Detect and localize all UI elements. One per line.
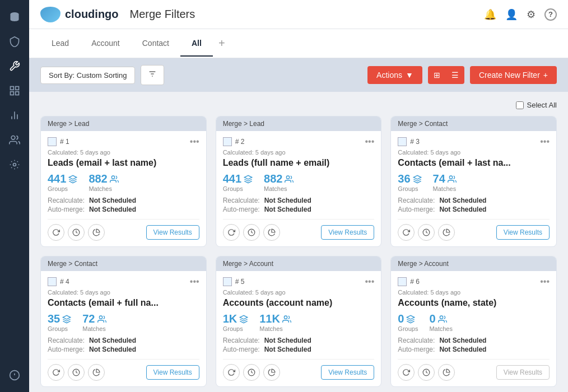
header-actions: 🔔 👤 ⚙ ? [484, 8, 557, 21]
card-more-button[interactable]: ••• [190, 277, 199, 287]
card-schedule: Recalculate: Not Scheduled Auto-merge: N… [398, 337, 550, 353]
card-more-button[interactable]: ••• [540, 137, 550, 147]
view-results-button[interactable]: View Results [321, 365, 374, 380]
logo-icon [40, 7, 60, 22]
refresh-button[interactable] [398, 364, 415, 381]
card-more-button[interactable]: ••• [190, 137, 199, 147]
chart-button[interactable] [438, 224, 455, 241]
matches-stat: 882 Matches [89, 172, 118, 192]
tab-account[interactable]: Account [80, 31, 131, 57]
card-title: Leads (full name + email) [223, 158, 375, 168]
sidebar-icon-info[interactable] [4, 365, 25, 385]
svg-point-18 [287, 176, 290, 179]
card-checkbox[interactable] [223, 277, 232, 286]
card-checkbox[interactable] [48, 137, 57, 146]
auto-merge-value: Not Scheduled [264, 346, 375, 353]
card-checkbox[interactable] [398, 277, 407, 286]
actions-button[interactable]: Actions ▼ [367, 66, 422, 84]
chart-button[interactable] [263, 224, 280, 241]
recalculate-label: Recalculate: [398, 197, 435, 204]
groups-stat: 36 Groups [398, 172, 421, 192]
view-results-button[interactable]: View Results [496, 225, 550, 240]
view-results-button[interactable]: View Results [146, 225, 199, 240]
chart-button[interactable] [88, 224, 105, 241]
matches-stat: 0 Matches [429, 312, 453, 332]
card-more-button[interactable]: ••• [365, 277, 375, 287]
app-header: cloudingo Merge Filters 🔔 👤 ⚙ ? [29, 0, 568, 29]
groups-stat: 441 Groups [223, 172, 253, 192]
schedule-button[interactable] [243, 224, 260, 241]
grid-view-button[interactable]: ⊞ [428, 66, 446, 84]
card-checkbox[interactable] [398, 137, 407, 146]
tab-lead[interactable]: Lead [40, 31, 80, 57]
card-checkbox[interactable] [223, 137, 232, 146]
card-body: # 2 ••• Calculated: 5 days ago Leads (fu… [216, 131, 381, 246]
select-all-row: Select All [40, 101, 557, 109]
sidebar-icon-list[interactable] [4, 81, 25, 101]
card-stats: 441 Groups 882 Matches [223, 172, 375, 192]
sidebar-icon-tools[interactable] [4, 56, 25, 76]
card-stats: 36 Groups 74 Matches [398, 172, 550, 192]
view-results-button[interactable]: View Results [146, 365, 199, 380]
app-name: cloudingo [65, 8, 119, 21]
card-category: Merge > Lead [216, 116, 381, 131]
card-checkbox[interactable] [48, 277, 57, 286]
matches-stat: 72 Matches [82, 312, 106, 332]
view-results-button[interactable]: View Results [321, 225, 374, 240]
svg-point-22 [99, 316, 102, 319]
sidebar-icon-users[interactable] [4, 130, 25, 150]
help-icon[interactable]: ? [544, 8, 557, 21]
svg-point-26 [440, 316, 443, 319]
card-actions: View Results [223, 359, 375, 381]
sidebar-icon-settings2[interactable] [4, 155, 25, 175]
chart-button[interactable] [438, 364, 455, 381]
recalculate-value: Not Scheduled [89, 337, 199, 344]
groups-stat: 1K Groups [223, 312, 249, 332]
refresh-button[interactable] [223, 224, 240, 241]
chart-button[interactable] [88, 364, 105, 381]
settings-icon[interactable]: ⚙ [527, 8, 536, 21]
card-more-button[interactable]: ••• [540, 277, 550, 287]
filter-button[interactable] [141, 65, 164, 85]
recalculate-label: Recalculate: [398, 337, 435, 344]
notifications-icon[interactable]: 🔔 [484, 8, 496, 21]
auto-merge-value: Not Scheduled [439, 346, 550, 353]
schedule-button[interactable] [418, 364, 435, 381]
card-calculated: Calculated: 5 days ago [48, 149, 199, 156]
create-filter-button[interactable]: Create New Filter + [470, 66, 557, 84]
schedule-button[interactable] [68, 224, 85, 241]
card-more-button[interactable]: ••• [365, 137, 375, 147]
auto-merge-value: Not Scheduled [439, 206, 550, 213]
auto-merge-label: Auto-merge: [223, 206, 260, 213]
sidebar-icon-db[interactable] [4, 7, 25, 27]
logo-area: cloudingo [40, 7, 119, 22]
tab-all[interactable]: All [180, 31, 213, 57]
filter-card: Merge > Account # 6 ••• Calculated: 5 da… [390, 256, 557, 387]
sidebar-icon-shield[interactable] [4, 31, 25, 52]
schedule-button[interactable] [243, 364, 260, 381]
schedule-button[interactable] [68, 364, 85, 381]
select-all-checkbox[interactable] [516, 101, 524, 109]
tab-add-button[interactable]: + [213, 29, 231, 58]
refresh-button[interactable] [223, 364, 240, 381]
chart-button[interactable] [263, 364, 280, 381]
card-title: Contacts (email + last na... [398, 158, 550, 168]
user-icon[interactable]: 👤 [505, 8, 518, 21]
sort-button[interactable]: Sort By: Custom Sorting [40, 67, 135, 84]
card-title: Accounts (account name) [223, 298, 375, 308]
list-view-button[interactable]: ☰ [446, 66, 464, 84]
sidebar-icon-chart[interactable] [4, 105, 25, 125]
svg-rect-1 [11, 87, 14, 90]
matches-stat: 74 Matches [433, 172, 457, 192]
refresh-button[interactable] [398, 224, 415, 241]
auto-merge-label: Auto-merge: [48, 206, 85, 213]
tab-contact[interactable]: Contact [131, 31, 180, 57]
svg-point-16 [111, 176, 114, 179]
schedule-button[interactable] [418, 224, 435, 241]
groups-stat: 0 Groups [398, 312, 418, 332]
recalculate-label: Recalculate: [48, 197, 85, 204]
card-number: # 2 [235, 138, 245, 146]
refresh-button[interactable] [48, 364, 64, 381]
refresh-button[interactable] [48, 224, 64, 241]
groups-stat: 35 Groups [48, 312, 71, 332]
